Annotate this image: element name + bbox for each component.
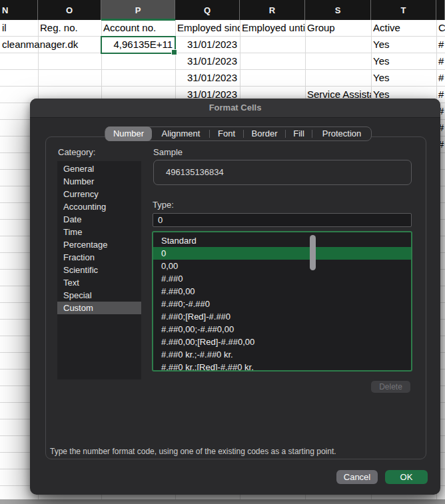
category-item-number[interactable]: Number bbox=[57, 175, 141, 188]
sheet-bottom-band bbox=[0, 499, 445, 504]
cell[interactable]: Group bbox=[305, 20, 371, 37]
sample-value: 496135136834 bbox=[166, 167, 224, 177]
format-code-item[interactable]: 0 bbox=[153, 247, 411, 260]
cell[interactable] bbox=[305, 53, 371, 70]
cell[interactable]: C bbox=[436, 20, 445, 37]
column-header-S[interactable]: S bbox=[305, 0, 371, 20]
excel-window: ilReg. no.Account no.Employed sinceEmplo… bbox=[0, 0, 445, 504]
category-item-accounting[interactable]: Accounting bbox=[57, 200, 141, 213]
column-header-row: NOPQRST bbox=[0, 0, 445, 20]
sheet-row: 31/01/2023Yes# bbox=[0, 53, 445, 70]
format-code-item[interactable]: #.##0 kr.;-#.##0 kr. bbox=[153, 348, 411, 361]
help-text: Type the number format code, using one o… bbox=[50, 447, 424, 456]
format-code-item[interactable]: #.##0;-#.##0 bbox=[153, 298, 411, 310]
category-item-fraction[interactable]: Fraction bbox=[57, 251, 141, 264]
column-header-O[interactable]: O bbox=[38, 0, 101, 20]
category-item-currency[interactable]: Currency bbox=[57, 188, 141, 200]
category-label: Category: bbox=[58, 147, 95, 157]
type-input[interactable] bbox=[153, 213, 412, 227]
column-header-N[interactable]: N bbox=[0, 0, 38, 20]
column-header-Q[interactable]: Q bbox=[175, 0, 240, 20]
sheet-row: cleanmanager.dk4,96135E+1131/01/2023Yes# bbox=[0, 37, 445, 53]
tab-protection[interactable]: Protection bbox=[312, 126, 371, 141]
selected-cell-border[interactable] bbox=[101, 36, 176, 54]
cell[interactable]: Yes bbox=[371, 53, 436, 70]
cell[interactable]: Account no. bbox=[101, 20, 175, 37]
cell[interactable]: 31/01/2023 bbox=[175, 70, 240, 87]
type-label: Type: bbox=[153, 200, 174, 210]
format-code-item[interactable]: #.##0,00 bbox=[153, 285, 411, 298]
cell[interactable]: Employed until bbox=[240, 20, 305, 37]
category-item-text[interactable]: Text bbox=[57, 276, 141, 289]
sample-box: 496135136834 bbox=[153, 160, 412, 185]
category-item-scientific[interactable]: Scientific bbox=[57, 264, 141, 276]
cell[interactable]: # bbox=[436, 37, 445, 53]
cell[interactable] bbox=[101, 70, 175, 87]
cell[interactable] bbox=[101, 53, 175, 70]
cell[interactable]: Active bbox=[371, 20, 436, 37]
cell[interactable] bbox=[38, 70, 101, 87]
category-list: GeneralNumberCurrencyAccountingDateTimeP… bbox=[57, 161, 141, 379]
cell[interactable]: il bbox=[0, 20, 38, 37]
cell[interactable] bbox=[240, 37, 305, 53]
cancel-button[interactable]: Cancel bbox=[336, 470, 378, 484]
cell[interactable] bbox=[38, 37, 101, 53]
cell[interactable] bbox=[240, 53, 305, 70]
tab-number[interactable]: Number bbox=[105, 126, 152, 141]
format-code-list: Standard00,00#.##0#.##0,00#.##0;-#.##0#.… bbox=[152, 231, 412, 372]
format-code-item[interactable]: #.##0 kr.;[Red]-#.##0 kr. bbox=[153, 361, 411, 372]
cell[interactable]: Reg. no. bbox=[38, 20, 101, 37]
cell[interactable]: 31/01/2023 bbox=[175, 37, 240, 53]
sheet-row: ilReg. no.Account no.Employed sinceEmplo… bbox=[0, 20, 445, 37]
category-item-percentage[interactable]: Percentage bbox=[57, 238, 141, 251]
format-code-item[interactable]: #.##0,00;[Red]-#.##0,00 bbox=[153, 336, 411, 348]
cell[interactable] bbox=[38, 53, 101, 70]
tab-alignment[interactable]: Alignment bbox=[153, 126, 209, 141]
tab-border[interactable]: Border bbox=[244, 126, 285, 141]
column-header-partial[interactable] bbox=[436, 0, 445, 20]
column-header-P[interactable]: P bbox=[101, 0, 175, 20]
format-code-item[interactable]: #.##0 bbox=[153, 272, 411, 285]
cell[interactable]: # bbox=[436, 53, 445, 70]
category-item-special[interactable]: Special bbox=[57, 289, 141, 302]
cell[interactable]: Yes bbox=[371, 70, 436, 87]
column-header-T[interactable]: T bbox=[371, 0, 436, 20]
cell[interactable] bbox=[240, 70, 305, 87]
tab-fill[interactable]: Fill bbox=[286, 126, 312, 141]
dialog-title: Format Cells bbox=[209, 103, 262, 113]
fill-handle[interactable] bbox=[171, 49, 177, 55]
format-code-item[interactable]: Standard bbox=[153, 234, 411, 247]
cell[interactable]: # bbox=[436, 70, 445, 87]
cell[interactable]: Yes bbox=[371, 37, 436, 53]
cell[interactable] bbox=[0, 70, 38, 87]
format-cells-dialog: Format Cells NumberAlignmentFontBorderFi… bbox=[30, 99, 440, 495]
format-code-item[interactable]: #.##0,00;-#.##0,00 bbox=[153, 323, 411, 336]
sheet-row: 31/01/2023Yes# bbox=[0, 70, 445, 87]
tab-font[interactable]: Font bbox=[210, 126, 243, 141]
tab-bar: NumberAlignmentFontBorderFillProtection bbox=[105, 126, 372, 141]
delete-button[interactable]: Delete bbox=[371, 381, 410, 393]
category-item-date[interactable]: Date bbox=[57, 213, 141, 226]
category-item-time[interactable]: Time bbox=[57, 226, 141, 238]
format-code-item[interactable]: 0,00 bbox=[153, 260, 411, 272]
category-item-general[interactable]: General bbox=[57, 162, 141, 175]
cell[interactable]: cleanmanager.dk bbox=[0, 37, 38, 53]
cell[interactable]: Employed since bbox=[175, 20, 240, 37]
dialog-titlebar[interactable]: Format Cells bbox=[30, 99, 440, 118]
scrollbar-thumb[interactable] bbox=[310, 235, 316, 270]
column-header-R[interactable]: R bbox=[240, 0, 305, 20]
format-code-item[interactable]: #.##0;[Red]-#.##0 bbox=[153, 310, 411, 323]
sample-label: Sample bbox=[153, 147, 183, 157]
cell[interactable] bbox=[0, 53, 38, 70]
category-item-custom[interactable]: Custom bbox=[57, 302, 141, 314]
cell[interactable] bbox=[305, 70, 371, 87]
cell[interactable] bbox=[305, 37, 371, 53]
selected-column-indicator bbox=[101, 19, 175, 21]
ok-button[interactable]: OK bbox=[385, 470, 428, 484]
cell[interactable]: 31/01/2023 bbox=[175, 53, 240, 70]
